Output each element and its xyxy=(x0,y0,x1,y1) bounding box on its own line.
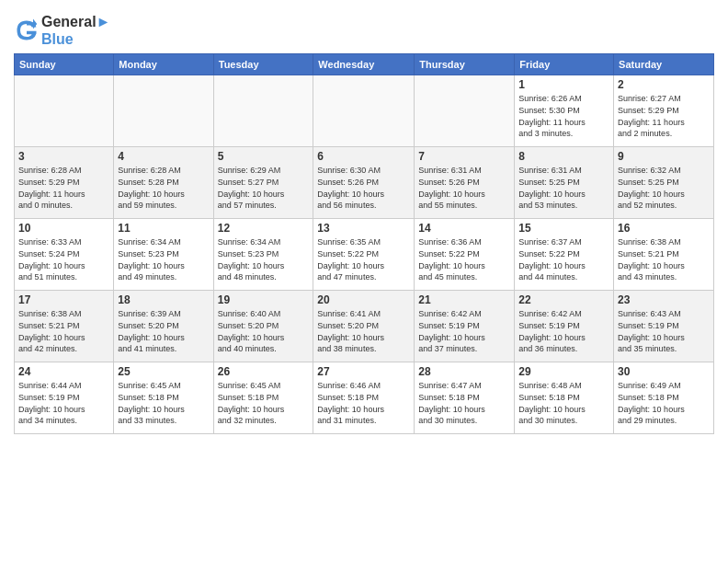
calendar-cell: 22Sunrise: 6:42 AM Sunset: 5:19 PM Dayli… xyxy=(515,291,614,362)
header-monday: Monday xyxy=(114,54,213,75)
calendar-cell: 4Sunrise: 6:28 AM Sunset: 5:28 PM Daylig… xyxy=(114,147,213,219)
calendar-cell: 24Sunrise: 6:44 AM Sunset: 5:19 PM Dayli… xyxy=(15,362,114,434)
day-number: 5 xyxy=(218,150,310,163)
day-number: 27 xyxy=(317,365,410,378)
day-number: 19 xyxy=(218,293,310,306)
day-info: Sunrise: 6:42 AM Sunset: 5:19 PM Dayligh… xyxy=(418,308,510,354)
calendar-cell: 13Sunrise: 6:35 AM Sunset: 5:22 PM Dayli… xyxy=(313,219,415,291)
day-number: 9 xyxy=(618,150,710,163)
day-number: 16 xyxy=(618,222,710,235)
header-saturday: Saturday xyxy=(614,54,714,75)
day-info: Sunrise: 6:32 AM Sunset: 5:25 PM Dayligh… xyxy=(618,165,710,211)
calendar-cell: 5Sunrise: 6:29 AM Sunset: 5:27 PM Daylig… xyxy=(213,147,313,219)
calendar-cell: 1Sunrise: 6:26 AM Sunset: 5:30 PM Daylig… xyxy=(515,75,614,147)
calendar-cell: 10Sunrise: 6:33 AM Sunset: 5:24 PM Dayli… xyxy=(15,219,114,291)
day-info: Sunrise: 6:31 AM Sunset: 5:26 PM Dayligh… xyxy=(418,165,510,211)
day-info: Sunrise: 6:44 AM Sunset: 5:19 PM Dayligh… xyxy=(18,380,109,426)
calendar-cell: 15Sunrise: 6:37 AM Sunset: 5:22 PM Dayli… xyxy=(515,219,614,291)
logo-text: General► Blue xyxy=(41,13,110,48)
day-info: Sunrise: 6:30 AM Sunset: 5:26 PM Dayligh… xyxy=(317,165,410,211)
day-info: Sunrise: 6:38 AM Sunset: 5:21 PM Dayligh… xyxy=(618,236,710,282)
calendar-cell: 7Sunrise: 6:31 AM Sunset: 5:26 PM Daylig… xyxy=(415,147,515,219)
calendar-cell xyxy=(213,75,313,147)
calendar-cell: 9Sunrise: 6:32 AM Sunset: 5:25 PM Daylig… xyxy=(614,147,714,219)
day-info: Sunrise: 6:45 AM Sunset: 5:18 PM Dayligh… xyxy=(218,380,310,426)
day-info: Sunrise: 6:48 AM Sunset: 5:18 PM Dayligh… xyxy=(518,380,609,426)
calendar-cell: 19Sunrise: 6:40 AM Sunset: 5:20 PM Dayli… xyxy=(213,291,313,362)
day-number: 11 xyxy=(118,222,209,235)
day-number: 4 xyxy=(118,150,209,163)
day-info: Sunrise: 6:49 AM Sunset: 5:18 PM Dayligh… xyxy=(618,380,710,426)
day-info: Sunrise: 6:33 AM Sunset: 5:24 PM Dayligh… xyxy=(18,236,109,282)
calendar-cell: 23Sunrise: 6:43 AM Sunset: 5:19 PM Dayli… xyxy=(614,291,714,362)
header-thursday: Thursday xyxy=(415,54,515,75)
day-number: 22 xyxy=(518,293,609,306)
day-number: 14 xyxy=(418,222,510,235)
day-number: 29 xyxy=(518,365,609,378)
day-number: 7 xyxy=(418,150,510,163)
calendar-cell xyxy=(114,75,213,147)
header-row: SundayMondayTuesdayWednesdayThursdayFrid… xyxy=(15,54,714,75)
day-info: Sunrise: 6:35 AM Sunset: 5:22 PM Dayligh… xyxy=(317,236,410,282)
day-info: Sunrise: 6:28 AM Sunset: 5:28 PM Dayligh… xyxy=(118,165,209,211)
day-info: Sunrise: 6:36 AM Sunset: 5:22 PM Dayligh… xyxy=(418,236,510,282)
calendar-cell: 17Sunrise: 6:38 AM Sunset: 5:21 PM Dayli… xyxy=(15,291,114,362)
day-number: 23 xyxy=(618,293,710,306)
day-number: 17 xyxy=(18,293,109,306)
week-row-3: 10Sunrise: 6:33 AM Sunset: 5:24 PM Dayli… xyxy=(15,219,714,291)
day-info: Sunrise: 6:27 AM Sunset: 5:29 PM Dayligh… xyxy=(618,93,710,139)
day-number: 1 xyxy=(518,78,609,91)
calendar-cell: 2Sunrise: 6:27 AM Sunset: 5:29 PM Daylig… xyxy=(614,75,714,147)
calendar-cell: 16Sunrise: 6:38 AM Sunset: 5:21 PM Dayli… xyxy=(614,219,714,291)
day-number: 13 xyxy=(317,222,410,235)
calendar-cell: 11Sunrise: 6:34 AM Sunset: 5:23 PM Dayli… xyxy=(114,219,213,291)
day-number: 10 xyxy=(18,222,109,235)
day-number: 12 xyxy=(218,222,310,235)
day-info: Sunrise: 6:42 AM Sunset: 5:19 PM Dayligh… xyxy=(518,308,609,354)
logo: General► Blue xyxy=(14,13,110,48)
calendar-cell: 26Sunrise: 6:45 AM Sunset: 5:18 PM Dayli… xyxy=(213,362,313,434)
calendar-cell xyxy=(415,75,515,147)
day-info: Sunrise: 6:43 AM Sunset: 5:19 PM Dayligh… xyxy=(618,308,710,354)
week-row-1: 1Sunrise: 6:26 AM Sunset: 5:30 PM Daylig… xyxy=(15,75,714,147)
day-info: Sunrise: 6:41 AM Sunset: 5:20 PM Dayligh… xyxy=(317,308,410,354)
week-row-2: 3Sunrise: 6:28 AM Sunset: 5:29 PM Daylig… xyxy=(15,147,714,219)
calendar-cell: 6Sunrise: 6:30 AM Sunset: 5:26 PM Daylig… xyxy=(313,147,415,219)
day-number: 8 xyxy=(518,150,609,163)
week-row-5: 24Sunrise: 6:44 AM Sunset: 5:19 PM Dayli… xyxy=(15,362,714,434)
calendar-table: SundayMondayTuesdayWednesdayThursdayFrid… xyxy=(14,53,714,434)
day-info: Sunrise: 6:29 AM Sunset: 5:27 PM Dayligh… xyxy=(218,165,310,211)
day-info: Sunrise: 6:31 AM Sunset: 5:25 PM Dayligh… xyxy=(518,165,609,211)
calendar-cell: 21Sunrise: 6:42 AM Sunset: 5:19 PM Dayli… xyxy=(415,291,515,362)
calendar-cell: 28Sunrise: 6:47 AM Sunset: 5:18 PM Dayli… xyxy=(415,362,515,434)
calendar-cell: 30Sunrise: 6:49 AM Sunset: 5:18 PM Dayli… xyxy=(614,362,714,434)
calendar-cell: 14Sunrise: 6:36 AM Sunset: 5:22 PM Dayli… xyxy=(415,219,515,291)
calendar-cell: 8Sunrise: 6:31 AM Sunset: 5:25 PM Daylig… xyxy=(515,147,614,219)
header-sunday: Sunday xyxy=(15,54,114,75)
day-info: Sunrise: 6:45 AM Sunset: 5:18 PM Dayligh… xyxy=(118,380,209,426)
header-tuesday: Tuesday xyxy=(213,54,313,75)
page: General► Blue SundayMondayTuesdayWednesd… xyxy=(0,0,728,563)
day-info: Sunrise: 6:26 AM Sunset: 5:30 PM Dayligh… xyxy=(518,93,609,139)
calendar-cell: 3Sunrise: 6:28 AM Sunset: 5:29 PM Daylig… xyxy=(15,147,114,219)
week-row-4: 17Sunrise: 6:38 AM Sunset: 5:21 PM Dayli… xyxy=(15,291,714,362)
day-number: 24 xyxy=(18,365,109,378)
day-number: 15 xyxy=(518,222,609,235)
calendar-cell xyxy=(313,75,415,147)
header: General► Blue xyxy=(14,9,714,48)
day-number: 30 xyxy=(618,365,710,378)
day-number: 18 xyxy=(118,293,209,306)
day-number: 25 xyxy=(118,365,209,378)
day-number: 6 xyxy=(317,150,410,163)
day-info: Sunrise: 6:47 AM Sunset: 5:18 PM Dayligh… xyxy=(418,380,510,426)
day-number: 21 xyxy=(418,293,510,306)
day-number: 28 xyxy=(418,365,510,378)
day-info: Sunrise: 6:34 AM Sunset: 5:23 PM Dayligh… xyxy=(118,236,209,282)
day-number: 20 xyxy=(317,293,410,306)
calendar-cell: 25Sunrise: 6:45 AM Sunset: 5:18 PM Dayli… xyxy=(114,362,213,434)
day-info: Sunrise: 6:40 AM Sunset: 5:20 PM Dayligh… xyxy=(218,308,310,354)
header-wednesday: Wednesday xyxy=(313,54,415,75)
header-friday: Friday xyxy=(515,54,614,75)
day-info: Sunrise: 6:46 AM Sunset: 5:18 PM Dayligh… xyxy=(317,380,410,426)
calendar-cell: 12Sunrise: 6:34 AM Sunset: 5:23 PM Dayli… xyxy=(213,219,313,291)
